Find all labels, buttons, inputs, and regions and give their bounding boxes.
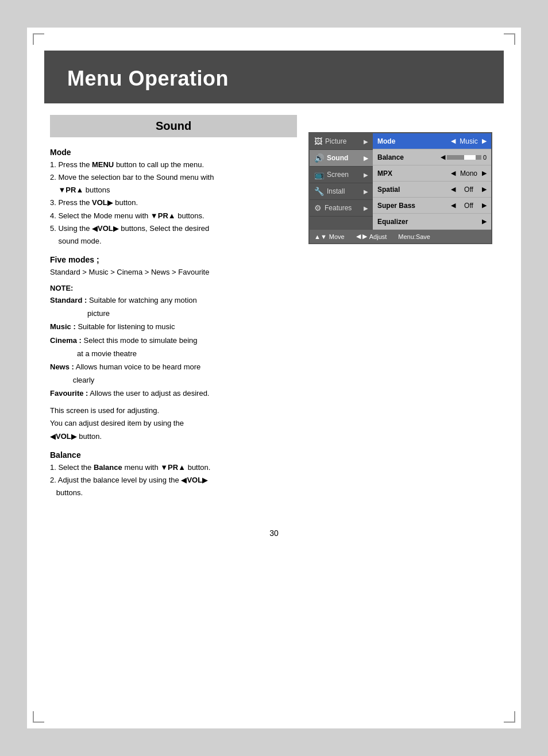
left-column: Sound Mode 1. Press the MENU button to c…	[50, 115, 297, 500]
menu-ui: 🖼 Picture ▶ 🔊 Sound ▶ 📺 Screen ▶	[308, 132, 492, 244]
spatial-row-ctrl: ◀ Off ▶	[451, 186, 487, 194]
screen-note-line3: ◀VOL▶ button.	[50, 431, 297, 442]
right-column: 🖼 Picture ▶ 🔊 Sound ▶ 📺 Screen ▶	[308, 115, 504, 500]
spatial-right-arrow: ▶	[482, 186, 487, 193]
menu-row-balance[interactable]: Balance ◀ 0	[373, 149, 491, 165]
sidebar-picture-label: Picture	[325, 137, 346, 145]
mode-step-1: 1. Press the MENU button to call up the …	[50, 159, 297, 171]
equalizer-row-label: Equalizer	[377, 218, 482, 226]
sidebar-item-picture[interactable]: 🖼 Picture ▶	[310, 133, 373, 150]
adjust-label: Adjust	[369, 233, 387, 240]
note-standard: Standard : Suitable for watching any mot…	[50, 295, 297, 306]
mode-step-5: 5. Using the ◀VOL▶ buttons, Select the d…	[50, 223, 297, 234]
page-title: Menu Operation	[67, 67, 481, 91]
balance-step-2: 2. Adjust the balance level by using the…	[50, 475, 297, 486]
corner-mark-br	[504, 711, 515, 723]
balance-heading: Balance	[50, 450, 297, 460]
picture-arrow: ▶	[364, 138, 368, 145]
balance-step-2b: buttons.	[50, 487, 297, 499]
picture-icon: 🖼	[314, 137, 322, 146]
mode-right-arrow: ▶	[482, 137, 487, 145]
adjust-icon: ◀ ▶	[356, 233, 367, 240]
corner-mark-tl	[33, 33, 44, 45]
menu-row-spatial[interactable]: Spatial ◀ Off ▶	[373, 182, 491, 198]
header-banner: Menu Operation	[44, 51, 504, 103]
note-cinema: Cinema : Select this mode to simulate be…	[50, 335, 297, 346]
spatial-left-arrow: ◀	[451, 186, 456, 193]
sound-arrow: ▶	[364, 155, 368, 161]
save-label: Menu:Save	[398, 233, 430, 240]
features-arrow: ▶	[364, 205, 368, 211]
equalizer-row-ctrl: ▶	[482, 218, 487, 225]
install-icon: 🔧	[314, 187, 324, 196]
mpx-row-ctrl: ◀ Mono ▶	[451, 169, 487, 178]
mode-step-3: 3. Press the VOL▶ button.	[50, 197, 297, 209]
note-news: News : Allows human voice to be heard mo…	[50, 361, 297, 373]
content-area: Sound Mode 1. Press the MENU button to c…	[27, 103, 521, 517]
page: Menu Operation Sound Mode 1. Press the M…	[27, 28, 521, 728]
mpx-row-label: MPX	[377, 169, 451, 178]
screen-note-line1: This screen is used for adjusting.	[50, 405, 297, 416]
balance-value: 0	[483, 154, 487, 161]
note-cinema-cont: at a movie theatre	[50, 348, 297, 360]
superbass-row-label: Super Bass	[377, 202, 451, 210]
sidebar-install-label: Install	[327, 187, 345, 195]
corner-mark-tr	[504, 33, 515, 45]
page-number: 30	[27, 517, 521, 555]
mode-left-arrow: ◀	[451, 137, 456, 145]
footer-move: ▲▼ Move	[314, 233, 345, 240]
corner-mark-bl	[33, 711, 44, 723]
screen-note: This screen is used for adjusting. You c…	[50, 405, 297, 442]
sound-heading: Sound	[61, 119, 285, 133]
balance-bar	[447, 155, 481, 160]
note-news-cont: clearly	[50, 375, 297, 386]
balance-step-1: 1. Select the Balance menu with ▼PR▲ but…	[50, 462, 297, 473]
footer-adjust: ◀ ▶ Adjust	[356, 233, 387, 240]
menu-container: 🖼 Picture ▶ 🔊 Sound ▶ 📺 Screen ▶	[310, 133, 491, 230]
balance-row-ctrl: ◀ 0	[441, 153, 487, 161]
footer-save: Menu:Save	[398, 233, 430, 240]
screen-icon: 📺	[314, 170, 324, 179]
move-label: Move	[329, 233, 345, 240]
mode-row-label: Mode	[377, 137, 451, 145]
note-music: Music : Suitable for listening to music	[50, 321, 297, 333]
note-heading: NOTE:	[50, 284, 297, 292]
spatial-row-label: Spatial	[377, 186, 451, 194]
menu-row-mode[interactable]: Mode ◀ Music ▶	[373, 133, 491, 149]
note-standard-cont: picture	[50, 308, 297, 319]
sidebar-sound-label: Sound	[327, 154, 348, 162]
mpx-right-arrow: ▶	[482, 169, 487, 177]
menu-main: Mode ◀ Music ▶ Balance ◀	[373, 133, 491, 230]
sound-heading-box: Sound	[50, 115, 297, 137]
mode-step-5b: sound mode.	[50, 236, 297, 247]
mode-row-ctrl: ◀ Music ▶	[451, 137, 487, 145]
sidebar-screen-label: Screen	[327, 171, 349, 179]
menu-row-superbass[interactable]: Super Bass ◀ Off ▶	[373, 198, 491, 214]
install-arrow: ▶	[364, 188, 368, 195]
sidebar-item-screen[interactable]: 📺 Screen ▶	[310, 167, 373, 183]
features-icon: ⚙	[314, 203, 322, 213]
sound-icon: 🔊	[314, 153, 324, 163]
move-icon: ▲▼	[314, 233, 327, 240]
sidebar-features-label: Features	[325, 204, 352, 212]
five-modes-text: Standard > Music > Cinema > News > Favou…	[50, 267, 297, 278]
mode-heading: Mode	[50, 148, 297, 157]
sidebar-item-features[interactable]: ⚙ Features ▶	[310, 200, 373, 217]
note-block: NOTE: Standard : Suitable for watching a…	[50, 284, 297, 399]
mode-value: Music	[457, 137, 480, 145]
superbass-right-arrow: ▶	[482, 202, 487, 209]
mode-step-4: 4. Select the Mode menu with ▼PR▲ button…	[50, 210, 297, 222]
mode-step-2: 2. Move the selection bar to the Sound m…	[50, 172, 297, 183]
superbass-left-arrow: ◀	[451, 202, 456, 209]
sidebar-item-install[interactable]: 🔧 Install ▶	[310, 183, 373, 200]
mpx-value: Mono	[457, 169, 480, 178]
balance-left-arrow: ◀	[441, 153, 445, 161]
menu-row-equalizer[interactable]: Equalizer ▶	[373, 214, 491, 230]
menu-row-mpx[interactable]: MPX ◀ Mono ▶	[373, 165, 491, 182]
screen-note-line2: You can adjust desired item by using the	[50, 418, 297, 429]
sidebar-item-sound[interactable]: 🔊 Sound ▶	[310, 150, 373, 167]
mode-step-2b: ▼PR▲ buttons	[50, 184, 297, 196]
superbass-value: Off	[457, 202, 480, 210]
five-modes-heading: Five modes ;	[50, 255, 297, 264]
note-favourite: Favourite : Allows the user to adjust as…	[50, 388, 297, 399]
